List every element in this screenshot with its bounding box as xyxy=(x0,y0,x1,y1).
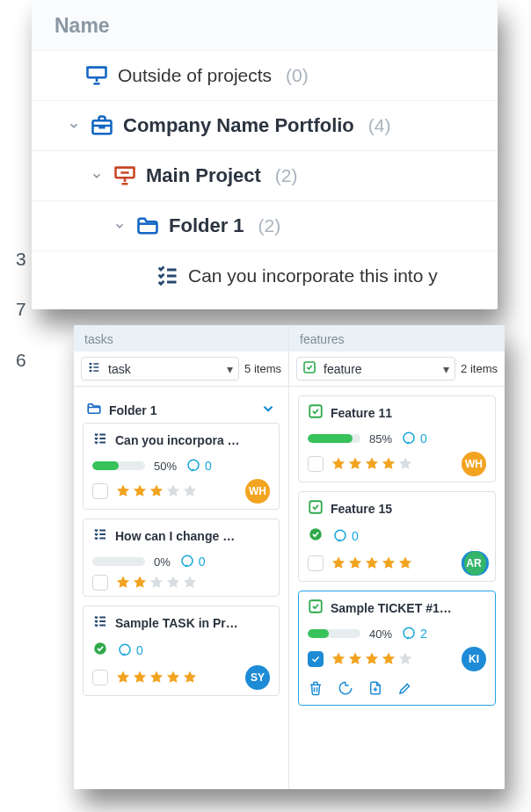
done-icon xyxy=(308,526,324,546)
checkbox[interactable] xyxy=(308,555,324,571)
folder-header[interactable]: Folder 1 xyxy=(83,395,280,423)
progress-bar xyxy=(308,629,360,638)
chevron-down-icon[interactable] xyxy=(113,220,127,232)
filter-dropdown[interactable]: task ▾ xyxy=(81,357,239,381)
avatar[interactable]: WH xyxy=(245,479,270,504)
tree-row-portfolio[interactable]: Company Name Portfolio (4) xyxy=(32,101,498,151)
avatar[interactable]: WH xyxy=(462,452,486,476)
progress-bar xyxy=(92,461,145,470)
task-list-icon xyxy=(155,264,179,288)
filter-label: feature xyxy=(324,362,362,376)
tree-count: (2) xyxy=(258,215,281,236)
task-list-icon xyxy=(92,431,108,449)
tree-count: (4) xyxy=(368,115,391,136)
briefcase-icon xyxy=(90,113,114,138)
progress-percent: 50% xyxy=(154,460,177,473)
checkbox[interactable] xyxy=(308,456,324,472)
tree-count: (2) xyxy=(275,165,298,186)
task-card[interactable]: Can you incorpora … 50% 0 xyxy=(83,423,280,510)
chevron-down-icon[interactable] xyxy=(67,120,81,132)
tree-header: Name xyxy=(32,0,498,51)
progress-bar xyxy=(308,434,360,443)
project-icon xyxy=(113,163,137,188)
filter-dropdown[interactable]: feature ▾ xyxy=(296,357,455,381)
tree-label: Outside of projects xyxy=(118,65,272,86)
progress-bar xyxy=(92,557,145,566)
task-list-icon xyxy=(92,613,108,632)
avatar[interactable]: KI xyxy=(462,647,486,671)
task-list-icon xyxy=(92,526,108,545)
card-title: Sample TASK in Pr… xyxy=(115,616,238,630)
comments-button[interactable]: 0 xyxy=(185,458,212,474)
checkbox[interactable] xyxy=(308,651,324,667)
column-body: Folder 1 Can you incorpora … 50% 0 xyxy=(74,387,288,789)
tree-row-project[interactable]: Main Project (2) xyxy=(32,151,498,201)
star-rating[interactable] xyxy=(115,670,198,685)
star-rating[interactable] xyxy=(115,483,198,499)
avatar[interactable]: SY xyxy=(245,665,270,690)
progress-percent: 40% xyxy=(369,627,392,641)
caret-down-icon: ▾ xyxy=(227,362,233,376)
tree-row-outside[interactable]: Outside of projects (0) xyxy=(32,51,498,101)
card-title: Feature 11 xyxy=(331,406,392,420)
comments-count: 0 xyxy=(136,643,143,657)
edit-button[interactable] xyxy=(397,680,413,700)
checkbox[interactable] xyxy=(92,670,108,685)
tree-count: (0) xyxy=(286,65,309,86)
star-rating[interactable] xyxy=(331,651,413,667)
comments-button[interactable]: 0 xyxy=(117,642,143,658)
comments-button[interactable]: 2 xyxy=(401,626,427,642)
column-filter: feature ▾ 2 items xyxy=(289,352,505,387)
comments-count: 0 xyxy=(205,459,212,473)
tree-label: Can you incorporate this into y xyxy=(188,265,438,286)
avatar[interactable]: AR xyxy=(462,551,486,576)
checkbox[interactable] xyxy=(92,575,108,591)
star-rating[interactable] xyxy=(331,456,413,472)
duplicate-button[interactable] xyxy=(338,680,353,700)
comments-button[interactable]: 0 xyxy=(401,431,427,446)
checkbox[interactable] xyxy=(92,483,108,499)
check-square-icon xyxy=(302,360,316,377)
folder-icon xyxy=(86,401,102,419)
tree-label: Folder 1 xyxy=(169,214,244,237)
folder-label: Folder 1 xyxy=(109,403,156,417)
check-square-icon xyxy=(308,598,324,617)
card-title: Sample TICKET #1… xyxy=(331,601,452,615)
tree-row-task[interactable]: Can you incorporate this into y xyxy=(32,251,498,301)
feature-card[interactable]: Feature 15 0 xyxy=(298,491,496,582)
tree-label: Main Project xyxy=(146,164,261,187)
kanban-panel: tasks task ▾ 5 items Folder 1 xyxy=(74,325,505,789)
column-header: features xyxy=(289,325,505,352)
card-actions xyxy=(308,680,486,700)
tree-row-folder[interactable]: Folder 1 (2) xyxy=(32,201,498,251)
task-card[interactable]: How can I change … 0% 0 xyxy=(83,518,280,597)
svg-rect-0 xyxy=(88,68,106,78)
chevron-down-icon[interactable] xyxy=(90,170,104,182)
row-index: 3 xyxy=(16,249,26,270)
comments-count: 0 xyxy=(420,431,427,446)
star-rating[interactable] xyxy=(331,555,413,571)
tree-panel: Name Outside of projects (0) Company Nam… xyxy=(32,0,498,309)
done-icon xyxy=(92,641,108,660)
task-card[interactable]: Sample TASK in Pr… 0 xyxy=(83,605,280,696)
feature-card[interactable]: Sample TICKET #1… 40% 2 xyxy=(298,591,496,706)
folder-icon xyxy=(135,214,160,238)
card-title: How can I change … xyxy=(115,529,235,543)
caret-down-icon: ▾ xyxy=(443,362,449,376)
filter-label: task xyxy=(108,362,131,376)
delete-button[interactable] xyxy=(308,680,324,700)
chevron-down-icon[interactable] xyxy=(260,401,276,419)
comments-count: 2 xyxy=(420,627,427,641)
column-header: tasks xyxy=(74,325,288,352)
feature-card[interactable]: Feature 11 85% 0 xyxy=(298,395,496,482)
presentation-icon xyxy=(84,63,109,88)
comments-button[interactable]: 0 xyxy=(332,528,359,544)
column-body: Feature 11 85% 0 xyxy=(289,387,505,789)
column-tasks: tasks task ▾ 5 items Folder 1 xyxy=(74,325,289,789)
comments-count: 0 xyxy=(352,529,359,543)
progress-percent: 0% xyxy=(154,555,171,569)
star-rating[interactable] xyxy=(115,575,198,591)
comments-button[interactable]: 0 xyxy=(179,554,206,569)
add-file-button[interactable] xyxy=(367,680,383,700)
check-square-icon xyxy=(308,403,324,422)
